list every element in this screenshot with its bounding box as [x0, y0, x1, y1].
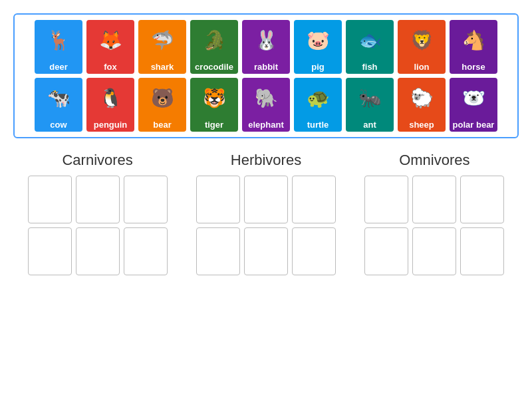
animal-card-penguin[interactable]: 🐧penguin [86, 78, 134, 132]
animal-card-lion[interactable]: 🦁lion [398, 20, 446, 74]
animal-label-pig: pig [294, 60, 342, 74]
animal-card-tiger[interactable]: 🐯tiger [190, 78, 238, 132]
drop-cell-carnivores-0-2[interactable] [124, 176, 168, 223]
drop-row-carnivores-0 [25, 176, 171, 223]
drop-row-herbivores-1 [193, 227, 339, 275]
drop-cell-herbivores-0-0[interactable] [196, 176, 240, 223]
drop-cell-herbivores-0-2[interactable] [292, 176, 336, 223]
drop-cell-herbivores-1-1[interactable] [244, 227, 288, 275]
animal-card-cow[interactable]: 🐄cow [35, 78, 82, 132]
animal-image-ant: 🐜 [346, 78, 394, 118]
categories-section: CarnivoresHerbivoresOmnivores [13, 152, 519, 275]
drop-cell-omnivores-1-0[interactable] [364, 227, 408, 275]
drop-row-omnivores-0 [361, 176, 507, 223]
animal-label-penguin: penguin [86, 118, 134, 132]
animal-image-sheep: 🐑 [398, 78, 446, 118]
animal-image-polar_bear: 🐻‍❄️ [450, 78, 497, 118]
drop-cell-herbivores-1-2[interactable] [292, 227, 336, 275]
animal-label-bear: bear [138, 118, 186, 132]
animal-label-ant: ant [346, 118, 394, 132]
animal-card-bear[interactable]: 🐻bear [138, 78, 186, 132]
drop-cell-omnivores-0-2[interactable] [460, 176, 504, 223]
categories-header: CarnivoresHerbivoresOmnivores [13, 152, 519, 169]
animal-label-lion: lion [398, 60, 446, 74]
animal-label-deer: deer [35, 60, 82, 74]
animal-row-2: 🐄cow🐧penguin🐻bear🐯tiger🐘elephant🐢turtle🐜… [20, 78, 512, 132]
animal-card-ant[interactable]: 🐜ant [346, 78, 394, 132]
drop-row-omnivores-1 [361, 227, 507, 275]
animal-image-tiger: 🐯 [190, 78, 238, 118]
animal-image-turtle: 🐢 [294, 78, 342, 118]
animal-image-pig: 🐷 [294, 20, 342, 60]
animal-image-crocodile: 🐊 [190, 20, 238, 60]
animal-card-crocodile[interactable]: 🐊crocodile [190, 20, 238, 74]
animal-label-sheep: sheep [398, 118, 446, 132]
animal-label-horse: horse [450, 60, 497, 74]
drop-cell-herbivores-1-0[interactable] [196, 227, 240, 275]
animal-label-rabbit: rabbit [242, 60, 290, 74]
animal-image-shark: 🦈 [138, 20, 186, 60]
animal-image-deer: 🦌 [35, 20, 82, 60]
animal-grid-container: 🦌deer🦊fox🦈shark🐊crocodile🐰rabbit🐷pig🐟fis… [13, 13, 519, 138]
animal-card-polar_bear[interactable]: 🐻‍❄️polar bear [450, 78, 497, 132]
animal-card-pig[interactable]: 🐷pig [294, 20, 342, 74]
animal-image-fish: 🐟 [346, 20, 394, 60]
animal-card-deer[interactable]: 🦌deer [35, 20, 82, 74]
category-title-omnivores: Omnivores [361, 152, 507, 169]
animal-label-shark: shark [138, 60, 186, 74]
animal-image-horse: 🐴 [450, 20, 497, 60]
drop-cell-carnivores-0-1[interactable] [76, 176, 120, 223]
drop-cell-carnivores-1-2[interactable] [124, 227, 168, 275]
animal-card-rabbit[interactable]: 🐰rabbit [242, 20, 290, 74]
drop-cell-omnivores-0-1[interactable] [412, 176, 456, 223]
animal-label-cow: cow [35, 118, 82, 132]
animal-image-rabbit: 🐰 [242, 20, 290, 60]
animal-label-turtle: turtle [294, 118, 342, 132]
animal-card-fox[interactable]: 🦊fox [86, 20, 134, 74]
animal-image-bear: 🐻 [138, 78, 186, 118]
animal-card-fish[interactable]: 🐟fish [346, 20, 394, 74]
drop-zone-omnivores[interactable] [361, 176, 507, 275]
drop-cell-carnivores-1-1[interactable] [76, 227, 120, 275]
drop-row-herbivores-0 [193, 176, 339, 223]
drop-zones [13, 176, 519, 275]
drop-cell-carnivores-1-0[interactable] [28, 227, 72, 275]
animal-card-turtle[interactable]: 🐢turtle [294, 78, 342, 132]
drop-row-carnivores-1 [25, 227, 171, 275]
animal-image-fox: 🦊 [86, 20, 134, 60]
category-title-carnivores: Carnivores [25, 152, 171, 169]
animal-card-elephant[interactable]: 🐘elephant [242, 78, 290, 132]
animal-image-penguin: 🐧 [86, 78, 134, 118]
animal-card-sheep[interactable]: 🐑sheep [398, 78, 446, 132]
animal-card-horse[interactable]: 🐴horse [450, 20, 497, 74]
drop-cell-omnivores-1-1[interactable] [412, 227, 456, 275]
animal-image-lion: 🦁 [398, 20, 446, 60]
category-title-herbivores: Herbivores [193, 152, 339, 169]
animal-label-fox: fox [86, 60, 134, 74]
drop-zone-carnivores[interactable] [25, 176, 171, 275]
drop-zone-herbivores[interactable] [193, 176, 339, 275]
animal-image-cow: 🐄 [35, 78, 82, 118]
drop-cell-omnivores-1-2[interactable] [460, 227, 504, 275]
drop-cell-herbivores-0-1[interactable] [244, 176, 288, 223]
animal-image-elephant: 🐘 [242, 78, 290, 118]
animal-label-crocodile: crocodile [190, 60, 238, 74]
animal-label-elephant: elephant [242, 118, 290, 132]
drop-cell-omnivores-0-0[interactable] [364, 176, 408, 223]
animal-label-polar_bear: polar bear [450, 118, 497, 132]
drop-cell-carnivores-0-0[interactable] [28, 176, 72, 223]
animal-card-shark[interactable]: 🦈shark [138, 20, 186, 74]
animal-row-1: 🦌deer🦊fox🦈shark🐊crocodile🐰rabbit🐷pig🐟fis… [20, 20, 512, 74]
animal-label-fish: fish [346, 60, 394, 74]
animal-label-tiger: tiger [190, 118, 238, 132]
